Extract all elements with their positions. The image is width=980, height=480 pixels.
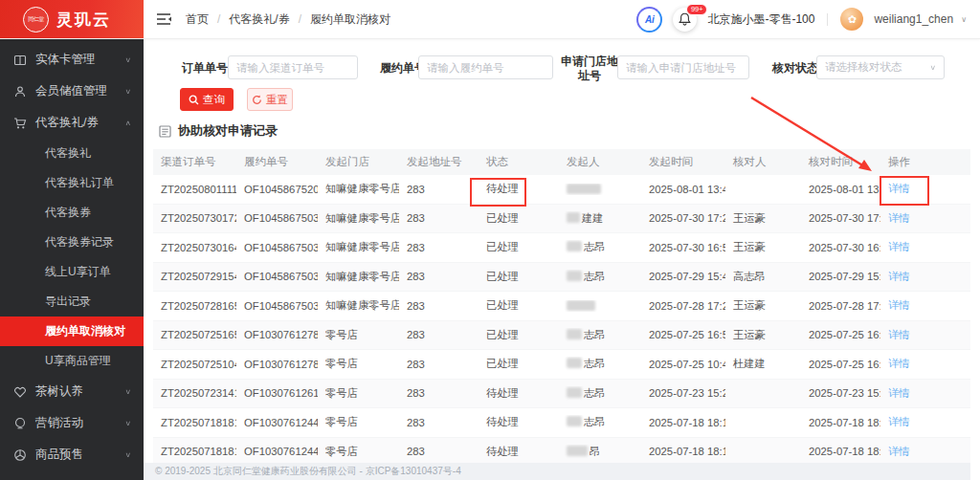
filter-input-1[interactable] — [228, 55, 358, 79]
sidebar-group-3[interactable]: 代客换礼/券∧ — [0, 107, 144, 139]
cell-status: 已处理 — [479, 357, 559, 371]
filter-input-3[interactable] — [617, 55, 749, 79]
cell-initiated-at: 2025-07-25 16:53:... — [641, 329, 725, 340]
sidebar-subitem-2[interactable]: 代客换礼订单 — [0, 168, 144, 198]
cell-checked-at: 2025-07-30 17:29:... — [801, 212, 880, 224]
cell-checked-at: 2025-07-25 16:53:... — [801, 329, 880, 340]
section-header: 协助核对申请记录 — [159, 122, 278, 140]
cell-channel-order: ZT2025072314134... — [153, 387, 236, 399]
sidebar-group-5[interactable]: 营销活动∨ — [0, 407, 144, 439]
column-header-10: 操作 — [880, 155, 970, 169]
sidebar-group-4[interactable]: 茶树认养∨ — [0, 376, 144, 407]
cell-checked-at: 2025-07-23 15:24:... — [801, 387, 880, 399]
cell-checked-at: 2025-07-18 18:19:... — [801, 417, 880, 428]
username[interactable]: weiliang1_chen — [874, 12, 953, 26]
table-row: ZT2025072314134...OF103076126164...零号店28… — [153, 380, 970, 409]
cell-fulfillment-order: OF103076127882... — [236, 359, 318, 370]
cell-fulfillment-order: OF104586750343... — [236, 212, 318, 224]
cell-address-no: 283 — [399, 212, 479, 224]
cell-status: 已处理 — [479, 211, 559, 226]
scrollbar-track[interactable] — [970, 38, 980, 480]
sidebar-group-6[interactable]: 商品预售∨ — [0, 439, 144, 470]
sidebar-subitem-5[interactable]: 线上U享订单 — [0, 257, 144, 287]
cell-channel-order: ZT2025073016485... — [153, 242, 236, 253]
member-icon — [12, 84, 27, 98]
cell-initiated-at: 2025-07-30 16:50:... — [641, 242, 725, 253]
sidebar-subitem-8[interactable]: U享商品管理 — [0, 346, 144, 376]
cell-fulfillment-order: OF103076126164... — [236, 387, 318, 399]
check-status-select[interactable]: 请选择核对状态∨ — [816, 55, 945, 79]
cell-initiator — [559, 300, 641, 312]
filter-input-2[interactable] — [418, 55, 553, 79]
cell-address-no: 283 — [399, 446, 479, 457]
cell-initiator: 志昂 — [559, 328, 641, 342]
cell-initiated-at: 2025-07-18 18:19:... — [641, 446, 725, 457]
cell-initiated-at: 2025-07-23 15:24:... — [641, 387, 725, 399]
detail-link[interactable]: 详情 — [888, 446, 910, 457]
cell-channel-order: ZT2025071818121... — [153, 417, 236, 428]
search-button[interactable]: 查询 — [180, 88, 234, 111]
cell-store: 零号店 — [318, 445, 399, 459]
chevron-down-icon: ∨ — [124, 420, 131, 427]
user-avatar[interactable]: ✿ — [840, 8, 863, 31]
cell-action: 详情 — [880, 270, 970, 284]
store-name: 北京施小墨-零售-100 — [707, 11, 814, 28]
notification-bell-icon[interactable]: 99+ — [673, 8, 697, 32]
sidebar-group-1[interactable]: 实体卡管理∨ — [0, 44, 144, 76]
sidebar-group-label: 营销活动 — [35, 415, 83, 431]
cell-action: 详情 — [880, 415, 970, 429]
reset-button[interactable]: 重置 — [247, 88, 293, 111]
breadcrumb-item-2[interactable]: 代客换礼/券 — [229, 11, 289, 28]
cell-fulfillment-order: OF104586750343... — [236, 242, 318, 253]
detail-link[interactable]: 详情 — [888, 271, 910, 282]
detail-link[interactable]: 详情 — [888, 241, 910, 252]
sidebar-subitem-6[interactable]: 导出记录 — [0, 287, 144, 316]
detail-link[interactable]: 详情 — [888, 387, 910, 399]
detail-link[interactable]: 详情 — [888, 212, 910, 224]
detail-link[interactable]: 详情 — [888, 329, 910, 340]
menu-fold-icon[interactable] — [157, 12, 172, 26]
sidebar-group-2[interactable]: 会员储值管理∨ — [0, 76, 144, 107]
detail-link[interactable]: 详情 — [888, 299, 910, 311]
ai-assistant-icon[interactable]: Ai — [636, 7, 662, 33]
table-row: ZT2025071818121...OF103076124446...零号店28… — [153, 408, 970, 438]
cell-fulfillment-order: OF103076124446... — [236, 417, 318, 428]
cell-checked-at: 2025-07-18 18:19:... — [801, 446, 880, 457]
filter-label-1: 订单单号 — [180, 61, 228, 76]
table-row: ZT2025073016485...OF104586750343...知嘛健康零… — [153, 233, 970, 263]
cell-store: 零号店 — [318, 415, 399, 429]
cell-channel-order: ZT2025072816515... — [153, 300, 236, 312]
cell-status: 待处理 — [479, 182, 559, 196]
table-row: ZT2025072510425...OF103076127882...零号店28… — [153, 350, 970, 380]
redacted-name — [567, 184, 601, 194]
sidebar-group-label: 商品预售 — [35, 447, 83, 463]
cell-address-no: 283 — [399, 300, 479, 312]
sidebar-subitem-7[interactable]: 履约单取消核对 — [0, 316, 144, 346]
breadcrumb-separator: / — [217, 12, 220, 26]
breadcrumb-item-3[interactable]: 履约单取消核对 — [310, 11, 390, 28]
chevron-down-icon: ∨ — [124, 451, 131, 459]
cell-channel-order: ZT2025072915442... — [153, 271, 236, 282]
sidebar-subitem-4[interactable]: 代客换券记录 — [0, 228, 144, 257]
cell-checker: 王运豪 — [725, 211, 801, 226]
breadcrumb-item-1[interactable]: 首页 — [186, 11, 209, 28]
cell-status: 已处理 — [479, 328, 559, 342]
cell-initiated-at: 2025-07-30 17:29:... — [641, 212, 725, 224]
detail-link[interactable]: 详情 — [888, 416, 910, 427]
detail-link[interactable]: 详情 — [888, 183, 910, 194]
redacted-name — [567, 241, 582, 251]
column-header-4: 发起地址号 — [399, 155, 479, 169]
card-icon — [12, 53, 27, 67]
sidebar-subitem-3[interactable]: 代客换券 — [0, 198, 144, 228]
campaign-icon — [12, 416, 27, 430]
filter-label-4: 核对状态 — [770, 61, 818, 76]
search-button-label: 查询 — [203, 93, 225, 107]
cell-initiated-at: 2025-08-01 13:42:... — [641, 184, 725, 195]
cell-channel-order: ZT2025080111164... — [153, 184, 236, 195]
sidebar-group-label: 会员储值管理 — [35, 83, 107, 99]
cell-address-no: 283 — [399, 417, 479, 428]
cell-action: 详情 — [880, 182, 970, 196]
detail-link[interactable]: 详情 — [888, 358, 910, 369]
sidebar-subitem-1[interactable]: 代客换礼 — [0, 139, 144, 168]
presale-icon — [12, 447, 27, 462]
